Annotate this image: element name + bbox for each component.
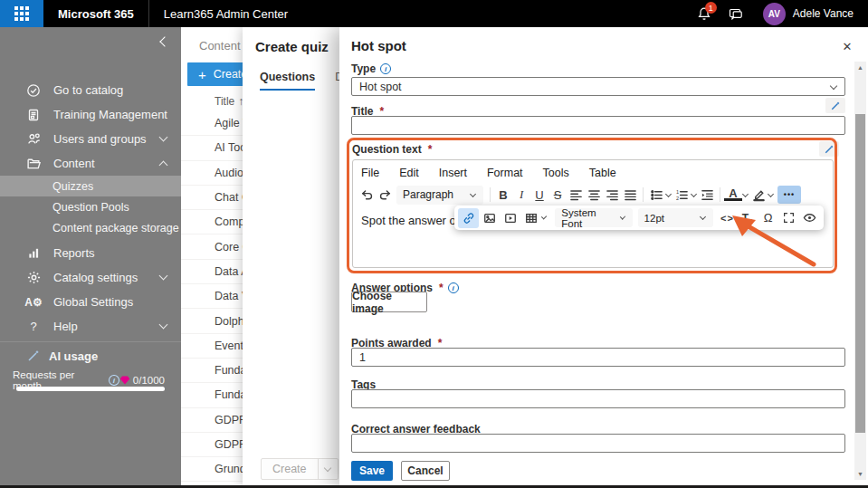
align-left-icon[interactable] <box>567 186 585 204</box>
sidebar-subitem-quizzes[interactable]: Quizzes <box>0 176 181 196</box>
ai-generate-title-button[interactable] <box>825 98 845 113</box>
clear-format-t: T <box>742 212 749 225</box>
chevron-down-icon[interactable] <box>742 190 749 196</box>
app-launcher-waffle-icon[interactable] <box>0 0 43 27</box>
feedback-chat-icon[interactable] <box>720 0 750 27</box>
ai-generate-question-button[interactable] <box>819 141 839 157</box>
more-toolbar-options-button[interactable]: ••• <box>777 186 801 204</box>
font-family-value: System Font <box>561 207 606 229</box>
feedback-input[interactable] <box>351 434 845 453</box>
italic-button[interactable]: I <box>512 186 530 204</box>
undo-icon[interactable] <box>358 186 376 204</box>
redo-icon[interactable] <box>376 186 394 204</box>
sidebar-item-label: Users and groups <box>53 132 147 146</box>
folder-icon <box>25 156 42 172</box>
brand-microsoft-365[interactable]: Microsoft 365 <box>58 7 134 21</box>
save-button[interactable]: Save <box>351 461 393 481</box>
editor-menubar: File Edit Insert Format Tools Table <box>353 160 833 183</box>
paragraph-style-select[interactable]: Paragraph <box>396 186 483 205</box>
collapse-sidebar-chevron-icon[interactable] <box>156 34 170 49</box>
magic-wand-icon <box>25 348 42 364</box>
fullscreen-icon[interactable] <box>778 208 799 228</box>
sidebar-item-users-and-groups[interactable]: Users and groups <box>0 127 181 151</box>
tags-input[interactable] <box>351 389 845 408</box>
paragraph-style-value: Paragraph <box>403 188 453 201</box>
scroll-up-icon[interactable]: ▲ <box>854 62 866 73</box>
align-right-icon[interactable] <box>603 186 621 204</box>
sidebar-item-label: Global Settings <box>53 295 133 309</box>
breadcrumb-content[interactable]: Content <box>199 39 241 53</box>
ai-usage-label: AI usage <box>49 349 98 363</box>
indent-icon[interactable] <box>698 186 716 204</box>
avatar[interactable]: AV <box>763 3 786 25</box>
highlight-color-icon[interactable] <box>749 186 768 204</box>
menu-insert[interactable]: Insert <box>439 167 467 179</box>
sidebar-item-content[interactable]: Content <box>0 151 181 176</box>
create-button-label: Create <box>262 459 318 479</box>
type-label-row: Type i <box>351 62 391 75</box>
bold-button[interactable]: B <box>494 186 512 204</box>
sidebar-subitem-question-pools[interactable]: Question Pools <box>0 196 181 217</box>
chevron-down-icon <box>700 214 706 220</box>
chevron-down-icon[interactable] <box>768 190 774 196</box>
strikethrough-button[interactable]: S <box>548 186 567 204</box>
source-code-icon[interactable]: < > <box>716 208 737 228</box>
sidebar-item-training-management[interactable]: Training Management <box>0 102 181 127</box>
type-select[interactable]: Hot spot <box>351 77 845 96</box>
tab-questions[interactable]: Questions <box>260 71 315 91</box>
sidebar-item-label: Content <box>53 157 95 170</box>
special-character-icon[interactable]: Ω <box>758 208 778 228</box>
svg-text:1: 1 <box>675 188 678 194</box>
font-family-select[interactable]: System Font <box>555 208 632 227</box>
clear-formatting-icon[interactable]: Tx <box>737 208 758 228</box>
chevron-down-icon[interactable] <box>541 214 548 220</box>
gem-icon <box>119 375 130 386</box>
close-icon[interactable]: ✕ <box>838 37 856 55</box>
magic-wand-icon <box>824 144 835 155</box>
sidebar-item-reports[interactable]: Reports <box>0 241 181 265</box>
font-size-select[interactable]: 12pt <box>638 208 713 227</box>
title-input[interactable] <box>351 116 845 135</box>
points-awarded-input[interactable] <box>351 348 845 367</box>
create-dropdown-chevron-icon[interactable] <box>318 459 338 479</box>
notifications-bell-icon[interactable]: 1 <box>689 0 720 27</box>
menu-format[interactable]: Format <box>487 167 523 179</box>
sidebar-subitem-content-package-storage[interactable]: Content package storage <box>0 217 181 238</box>
preview-eye-icon[interactable] <box>799 208 820 228</box>
scroll-down-icon[interactable]: ▼ <box>854 468 866 480</box>
dialog-scrollbar[interactable]: ▲ ▼ <box>854 62 866 480</box>
insert-link-icon[interactable] <box>458 208 479 228</box>
notification-badge: 1 <box>705 2 717 14</box>
column-header-title[interactable]: Title ↑ <box>215 95 243 108</box>
scrollbar-thumb[interactable] <box>855 114 865 433</box>
chevron-down-icon[interactable] <box>665 190 672 196</box>
menu-tools[interactable]: Tools <box>543 167 569 179</box>
align-center-icon[interactable] <box>585 186 603 204</box>
menu-file[interactable]: File <box>361 167 379 179</box>
menu-table[interactable]: Table <box>589 167 616 179</box>
bullet-list-icon[interactable] <box>647 186 665 204</box>
menu-edit[interactable]: Edit <box>399 167 419 179</box>
cancel-button[interactable]: Cancel <box>401 461 450 481</box>
font-color-button[interactable]: A <box>724 188 742 201</box>
numbered-list-icon[interactable]: 12 <box>672 186 691 204</box>
create-split-button[interactable]: Create <box>261 458 339 480</box>
sidebar-item-ai-usage[interactable]: AI usage <box>0 346 181 366</box>
justify-icon[interactable] <box>621 186 639 204</box>
sidebar-item-global-settings[interactable]: A⚙ Global Settings <box>0 290 181 314</box>
sidebar-item-go-to-catalog[interactable]: Go to catalog <box>0 78 181 102</box>
info-icon[interactable]: i <box>380 63 391 74</box>
chevron-down-icon[interactable] <box>691 190 697 196</box>
insert-table-icon[interactable] <box>520 208 541 228</box>
insert-image-icon[interactable] <box>479 208 500 228</box>
insert-media-icon[interactable] <box>500 208 520 228</box>
question-text-label: Question text <box>352 143 422 156</box>
sidebar-item-catalog-settings[interactable]: Catalog settings <box>0 265 181 290</box>
info-icon[interactable]: i <box>109 375 119 386</box>
info-icon[interactable]: i <box>448 282 459 293</box>
global-settings-icon: A⚙ <box>25 294 42 311</box>
underline-button[interactable]: U <box>530 186 548 204</box>
choose-image-button[interactable]: Choose image <box>351 292 427 312</box>
chevron-up-icon <box>159 161 168 170</box>
sidebar-item-help[interactable]: ? Help <box>0 314 181 339</box>
